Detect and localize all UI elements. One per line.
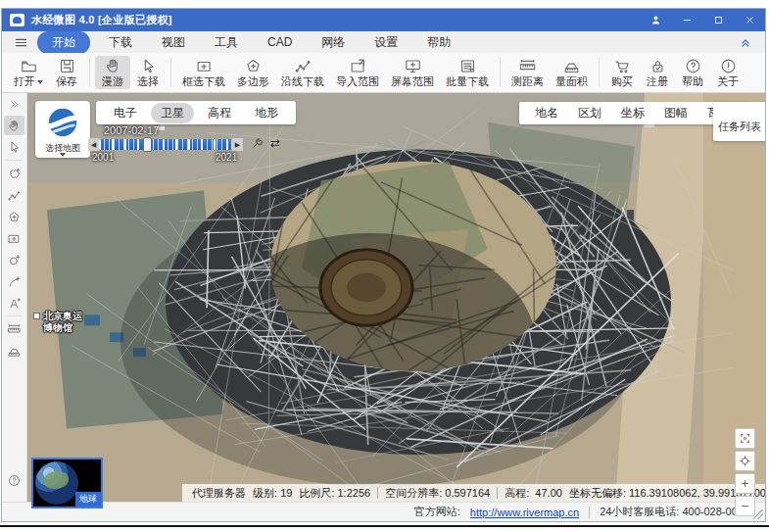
close-button[interactable] (742, 13, 757, 28)
import-extent-button[interactable]: 导入范围 (330, 56, 385, 89)
batch-download-button[interactable]: 批量下载 (440, 56, 495, 89)
purchase-button[interactable]: 购买 (604, 56, 640, 89)
tool-label: 批量下载 (446, 75, 489, 88)
dropdown-arrow-icon (60, 153, 66, 157)
wrench-icon[interactable] (251, 136, 264, 150)
polygon-download-button[interactable]: 多边形 (231, 56, 275, 89)
layer-tab-satellite[interactable]: 卫星 (151, 103, 194, 123)
task-list-label: 任务列表 (718, 120, 761, 134)
layer-tab-elevation[interactable]: 高程 (198, 103, 241, 123)
hand-icon (7, 119, 22, 133)
timeline-next-button[interactable]: ▶ (232, 138, 243, 151)
elevation-value: 47.00 (535, 487, 562, 499)
timeline-thumb[interactable] (143, 137, 152, 152)
layer-tab-terrain[interactable]: 地形 (245, 103, 288, 123)
minimize-button[interactable] (679, 13, 695, 28)
double-chevron-right-icon (9, 99, 20, 110)
globe-overview-thumbnail[interactable]: 地球 (31, 458, 103, 508)
locate-button[interactable] (735, 451, 755, 471)
menu-item-tools[interactable]: 工具 (200, 32, 253, 53)
timeline-slider[interactable]: ◀ ▶ (88, 138, 243, 151)
website-link[interactable]: http://www.rivermap.cn (470, 507, 579, 518)
about-button[interactable]: 关于 (710, 56, 745, 89)
menu-item-start[interactable]: 开始 (37, 31, 90, 54)
timeline-track[interactable] (99, 139, 232, 150)
register-button[interactable]: 注册 (640, 56, 675, 89)
map-canvas[interactable]: 文化中心 选择地图 电子 卫星 高程 地形 2007-02-17 ◀ (27, 93, 765, 502)
tool-label: 多边形 (237, 75, 269, 88)
sidebar-measure-area-tool[interactable] (4, 341, 24, 361)
sidebar-arc-tool[interactable] (4, 271, 24, 291)
menu-item-network[interactable]: 网络 (307, 32, 360, 53)
menu-item-help[interactable]: 帮助 (412, 32, 465, 53)
satellite-imagery (27, 93, 765, 502)
sidebar-text-tool[interactable] (4, 293, 24, 313)
app-window: 水经微图 4.0 [企业版已授权] 开始 下载 视图 工具 CAD 网络 设置 … (1, 8, 766, 522)
area-ruler-icon (7, 344, 22, 359)
map-provider-selector[interactable]: 选择地图 (35, 101, 90, 158)
tool-label: 沿线下载 (281, 75, 324, 88)
sidebar-polyline-tool[interactable] (4, 185, 24, 205)
screen-extent-button[interactable]: 屏幕范围 (385, 56, 440, 89)
zoom-out-button[interactable] (735, 496, 755, 516)
polygon-plus-icon (244, 57, 263, 75)
zoom-level-value: 19 (280, 487, 292, 499)
along-line-download-button[interactable]: 沿线下载 (275, 56, 330, 89)
collapse-ribbon-icon[interactable] (736, 32, 755, 52)
fit-extent-button[interactable] (735, 428, 755, 449)
overlay-tab-districts[interactable]: 区划 (568, 103, 611, 123)
proxy-status: 代理服务器 (192, 486, 246, 501)
select-tool-button[interactable]: 选择 (130, 56, 166, 89)
save-button[interactable]: 保存 (49, 56, 84, 89)
toolbar-separator (500, 58, 501, 87)
sidebar-freehand-region-tool[interactable] (4, 164, 24, 183)
question-circle-icon (7, 473, 22, 488)
zoom-in-button[interactable] (735, 473, 755, 494)
globe-label: 地球 (75, 492, 101, 507)
swap-layers-icon[interactable]: ⇄ (270, 136, 280, 150)
menu-item-cad[interactable]: CAD (253, 33, 307, 51)
cursor-icon (139, 57, 158, 75)
rect-plus-icon (195, 57, 214, 75)
measure-distance-button[interactable]: 测距离 (505, 56, 550, 89)
rect-plus-icon (7, 231, 22, 246)
fit-extent-icon (739, 432, 751, 445)
measure-area-button[interactable]: 量面积 (550, 56, 594, 89)
hamburger-menu-icon[interactable] (12, 33, 29, 51)
timeline-prev-button[interactable]: ◀ (88, 138, 99, 151)
cursor-icon (7, 140, 22, 155)
footer-separator (589, 507, 590, 518)
maximize-button[interactable] (710, 13, 726, 28)
open-button[interactable]: 打开 (8, 56, 49, 89)
help-button[interactable]: 帮助 (675, 56, 710, 89)
toolbar-separator (170, 58, 171, 87)
menu-item-settings[interactable]: 设置 (360, 32, 412, 53)
menu-item-view[interactable]: 视图 (147, 32, 200, 53)
ruler-icon (7, 322, 22, 337)
sidebar-select-tool[interactable] (4, 137, 24, 157)
tool-label: 屏幕范围 (391, 75, 434, 88)
overlay-tab-placenames[interactable]: 地名 (525, 103, 568, 123)
sidebar-circle-tool[interactable] (4, 250, 24, 269)
sidebar-help-button[interactable] (4, 470, 24, 490)
task-list-panel-tab[interactable]: 任务列表 (713, 102, 765, 141)
question-circle-icon (684, 57, 702, 75)
user-account-icon[interactable] (648, 13, 663, 28)
layer-tab-vector[interactable]: 电子 (104, 103, 147, 123)
import-box-icon (349, 57, 367, 75)
box-download-button[interactable]: 框选下载 (176, 56, 231, 89)
sidebar-expand-button[interactable] (4, 94, 24, 114)
pan-tool-button[interactable]: 漫游 (95, 56, 130, 89)
overlay-tab-mapsheets[interactable]: 图幅 (654, 103, 697, 123)
window-title: 水经微图 4.0 [企业版已授权] (31, 13, 172, 27)
circle-plus-icon (7, 253, 22, 267)
tool-label: 购买 (611, 75, 633, 88)
sidebar-rectangle-tool[interactable] (4, 228, 24, 248)
sidebar-polygon-tool[interactable] (4, 207, 24, 226)
map-label-olympic-museum: 北京奥运博物馆 (33, 311, 82, 334)
sidebar-measure-distance-tool[interactable] (4, 319, 24, 339)
overlay-tab-coordinates[interactable]: 坐标 (611, 103, 654, 123)
menu-item-download[interactable]: 下载 (94, 32, 147, 53)
sidebar-pan-tool[interactable] (4, 116, 24, 135)
minus-icon (739, 500, 751, 512)
